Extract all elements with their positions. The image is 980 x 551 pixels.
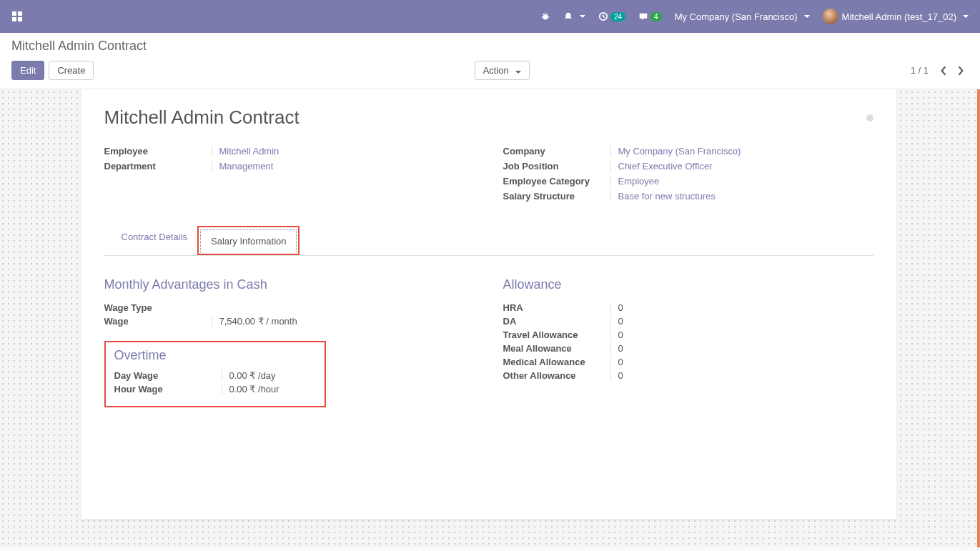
allowance-table: HRA 0 DA 0 Travel Allowance 0 Meal Allow… xyxy=(503,302,873,381)
field-wage: Wage 7,540.00 ₹ / month xyxy=(104,316,475,327)
form-sheet: Mitchell Admin Contract Employee Mitchel… xyxy=(81,89,896,519)
user-menu[interactable]: Mitchell Admin (test_17_02) xyxy=(823,9,969,24)
company-switcher[interactable]: My Company (San Francisco) xyxy=(675,11,810,22)
salstruct-value[interactable]: Base for new structures xyxy=(618,191,716,202)
tabs: Contract Details Salary Information xyxy=(104,226,873,256)
field-travel-allowance: Travel Allowance 0 xyxy=(503,329,873,340)
page-title-row: Mitchell Admin Contract xyxy=(104,106,873,129)
travel-label: Travel Allowance xyxy=(503,329,610,340)
user-name: Mitchell Admin (test_17_02) xyxy=(842,11,956,22)
create-button[interactable]: Create xyxy=(49,61,94,80)
main-area: Mitchell Admin Contract Employee Mitchel… xyxy=(0,89,980,547)
field-company: Company My Company (San Francisco) xyxy=(503,146,873,157)
top-navbar: 24 4 My Company (San Francisco) Mitchell… xyxy=(0,0,980,33)
travel-value: 0 xyxy=(618,329,623,340)
salary-content: Monthly Advantages in Cash Wage Type Wag… xyxy=(104,256,873,407)
meal-value: 0 xyxy=(618,343,623,354)
field-hra: HRA 0 xyxy=(503,302,873,313)
other-value: 0 xyxy=(618,370,623,381)
field-other-allowance: Other Allowance 0 xyxy=(503,370,873,381)
bug-icon[interactable] xyxy=(540,11,550,21)
breadcrumb: Mitchell Admin Contract xyxy=(11,39,969,54)
day-wage-label: Day Wage xyxy=(114,370,222,381)
activity-icon[interactable]: 24 xyxy=(598,11,625,21)
medical-label: Medical Allowance xyxy=(503,357,610,367)
department-label: Department xyxy=(104,161,212,172)
field-employee: Employee Mitchell Admin xyxy=(104,146,475,157)
wage-value: 7,540.00 ₹ / month xyxy=(219,316,297,327)
messaging-icon[interactable]: 4 xyxy=(638,11,662,21)
pager: 1 / 1 xyxy=(911,63,969,79)
hra-value: 0 xyxy=(618,302,623,313)
chevron-down-icon xyxy=(804,15,810,18)
department-value[interactable]: Management xyxy=(219,161,274,172)
monthly-advantages-title: Monthly Advantages in Cash xyxy=(104,277,475,292)
field-department: Department Management xyxy=(104,161,475,172)
chevron-down-icon xyxy=(580,15,585,18)
header-right-col: Company My Company (San Francisco) Job P… xyxy=(503,146,873,206)
tab-salary-information[interactable]: Salary Information xyxy=(200,229,297,253)
field-da: DA 0 xyxy=(503,316,873,327)
field-wage-type: Wage Type xyxy=(104,302,475,313)
da-label: DA xyxy=(503,316,610,327)
company-label: Company xyxy=(503,146,610,157)
svg-rect-2 xyxy=(12,17,16,21)
hour-wage-label: Hour Wage xyxy=(114,384,222,394)
svg-line-9 xyxy=(547,14,548,16)
allowance-title: Allowance xyxy=(503,277,873,292)
wage-type-label: Wage Type xyxy=(104,302,212,313)
pager-arrows xyxy=(936,63,969,79)
field-employee-category: Employee Category Employee xyxy=(503,176,873,187)
field-salary-structure: Salary Structure Base for new structures xyxy=(503,191,873,202)
messaging-badge: 4 xyxy=(650,12,662,21)
apps-icon[interactable] xyxy=(11,11,23,22)
action-dropdown[interactable]: Action xyxy=(475,61,530,80)
employee-value[interactable]: Mitchell Admin xyxy=(219,146,279,157)
salary-left-col: Monthly Advantages in Cash Wage Type Wag… xyxy=(104,256,475,407)
header-fields: Employee Mitchell Admin Department Manag… xyxy=(104,146,873,206)
control-row: Edit Create Action 1 / 1 xyxy=(11,61,969,80)
action-wrap: Action xyxy=(475,61,530,80)
wage-label: Wage xyxy=(104,316,212,327)
monthly-advantages-table: Wage Type Wage 7,540.00 ₹ / month xyxy=(104,302,475,327)
field-day-wage: Day Wage 0.00 ₹ /day xyxy=(114,370,316,381)
salstruct-label: Salary Structure xyxy=(503,191,610,202)
overtime-table: Day Wage 0.00 ₹ /day Hour Wage 0.00 ₹ /h… xyxy=(114,370,316,394)
field-medical-allowance: Medical Allowance 0 xyxy=(503,357,873,367)
highlight-salary-tab: Salary Information xyxy=(197,226,300,255)
header-left-col: Employee Mitchell Admin Department Manag… xyxy=(104,146,475,206)
activity-badge: 24 xyxy=(610,12,625,21)
svg-rect-0 xyxy=(12,11,16,16)
left-buttons: Edit Create xyxy=(11,61,94,80)
navbar-right: 24 4 My Company (San Francisco) Mitchell… xyxy=(540,9,969,24)
chevron-down-icon xyxy=(963,15,969,18)
avatar xyxy=(823,9,838,24)
company-value[interactable]: My Company (San Francisco) xyxy=(618,146,741,157)
pager-next[interactable] xyxy=(953,63,969,79)
hra-label: HRA xyxy=(503,302,610,313)
other-label: Other Allowance xyxy=(503,370,610,381)
jobpos-label: Job Position xyxy=(503,161,610,172)
salary-right-col: Allowance HRA 0 DA 0 Travel Allowance 0 xyxy=(503,256,873,407)
medical-value: 0 xyxy=(618,357,623,367)
action-label: Action xyxy=(483,65,509,76)
svg-line-8 xyxy=(543,14,544,16)
employee-label: Employee xyxy=(104,146,212,157)
control-panel: Mitchell Admin Contract Edit Create Acti… xyxy=(0,33,980,89)
company-name: My Company (San Francisco) xyxy=(675,11,798,22)
pager-prev[interactable] xyxy=(936,63,951,79)
empcat-value[interactable]: Employee xyxy=(618,176,660,187)
overtime-title: Overtime xyxy=(114,348,316,363)
jobpos-value[interactable]: Chief Executive Officer xyxy=(618,161,713,172)
status-indicator xyxy=(866,114,873,121)
day-wage-value: 0.00 ₹ /day xyxy=(229,370,276,381)
empcat-label: Employee Category xyxy=(503,176,610,187)
hour-wage-value: 0.00 ₹ /hour xyxy=(229,384,279,394)
tab-contract-details[interactable]: Contract Details xyxy=(112,226,197,255)
notifications-icon[interactable] xyxy=(563,11,585,21)
field-hour-wage: Hour Wage 0.00 ₹ /hour xyxy=(114,384,316,394)
svg-rect-3 xyxy=(18,17,22,21)
edit-button[interactable]: Edit xyxy=(11,61,44,80)
field-job-position: Job Position Chief Executive Officer xyxy=(503,161,873,172)
svg-rect-1 xyxy=(18,11,22,16)
